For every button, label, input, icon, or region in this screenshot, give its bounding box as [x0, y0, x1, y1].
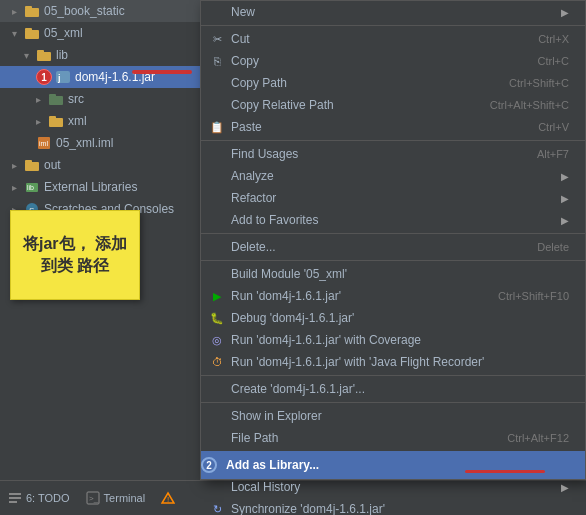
menu-item-find-usages[interactable]: Find Usages Alt+F7 — [201, 143, 585, 165]
menu-item-copy[interactable]: ⎘ Copy Ctrl+C — [201, 50, 585, 72]
submenu-arrow: ▶ — [561, 193, 569, 204]
paste-icon: 📋 — [209, 119, 225, 135]
todo-label: 6: TODO — [26, 492, 70, 504]
tree-item-label: out — [44, 158, 61, 172]
tree-item-out[interactable]: out — [0, 154, 200, 176]
svg-rect-20 — [9, 493, 21, 495]
menu-label-copy-rel: Copy Relative Path — [231, 98, 490, 112]
create-jar-icon — [209, 381, 225, 397]
debug-icon: 🐛 — [209, 310, 225, 326]
menu-label-delete: Delete... — [231, 240, 537, 254]
tree-item-src[interactable]: src — [0, 88, 200, 110]
svg-rect-14 — [25, 162, 39, 171]
underline-indicator — [132, 70, 192, 74]
menu-label-analyze: Analyze — [231, 169, 557, 183]
tree-item-iml[interactable]: iml 05_xml.iml — [0, 132, 200, 154]
tree-arrow — [12, 6, 24, 17]
menu-item-analyze[interactable]: Analyze ▶ — [201, 165, 585, 187]
terminal-status-icon: >_ — [86, 491, 100, 505]
status-item-problems[interactable]: ! — [161, 491, 175, 505]
svg-text:iml: iml — [39, 140, 48, 147]
folder-icon — [48, 114, 64, 128]
underline-indicator — [465, 470, 545, 473]
menu-label-favorites: Add to Favorites — [231, 213, 557, 227]
svg-rect-4 — [37, 52, 51, 61]
menu-item-create-jar[interactable]: Create 'dom4j-1.6.1.jar'... — [201, 378, 585, 400]
menu-item-run[interactable]: ▶ Run 'dom4j-1.6.1.jar' Ctrl+Shift+F10 — [201, 285, 585, 307]
folder-icon — [36, 48, 52, 62]
menu-item-favorites[interactable]: Add to Favorites ▶ — [201, 209, 585, 231]
menu-item-flight[interactable]: ⏱ Run 'dom4j-1.6.1.jar' with 'Java Fligh… — [201, 351, 585, 373]
file-tree: 05_book_static 05_xml lib 1 j dom4j-1.6.… — [0, 0, 200, 480]
menu-item-copy-rel-path[interactable]: Copy Relative Path Ctrl+Alt+Shift+C — [201, 94, 585, 116]
context-menu: New ▶ ✂ Cut Ctrl+X ⎘ Copy Ctrl+C Copy Pa… — [200, 0, 586, 480]
tree-item-lib[interactable]: lib — [0, 44, 200, 66]
tree-item-dom4j[interactable]: 1 j dom4j-1.6.1.jar — [0, 66, 200, 88]
src-folder-icon — [48, 92, 64, 106]
svg-text:!: ! — [167, 495, 169, 504]
tree-item-label: src — [68, 92, 84, 106]
menu-item-paste[interactable]: 📋 Paste Ctrl+V — [201, 116, 585, 138]
favorites-icon — [209, 212, 225, 228]
tree-item-label: 05_xml — [44, 26, 83, 40]
menu-item-new[interactable]: New ▶ — [201, 1, 585, 23]
menu-label-explorer: Show in Explorer — [231, 409, 569, 423]
tree-item-label: 05_book_static — [44, 4, 125, 18]
status-item-todo[interactable]: 6: TODO — [8, 491, 70, 505]
status-item-terminal[interactable]: >_ Terminal — [86, 491, 146, 505]
menu-label-flight: Run 'dom4j-1.6.1.jar' with 'Java Flight … — [231, 355, 569, 369]
svg-text:>_: >_ — [89, 494, 99, 503]
menu-item-coverage[interactable]: ◎ Run 'dom4j-1.6.1.jar' with Coverage — [201, 329, 585, 351]
find-icon — [209, 146, 225, 162]
svg-rect-3 — [25, 28, 32, 31]
tree-item-05xml[interactable]: 05_xml — [0, 22, 200, 44]
submenu-arrow: ▶ — [561, 171, 569, 182]
menu-label-debug: Debug 'dom4j-1.6.1.jar' — [231, 311, 569, 325]
svg-rect-8 — [49, 96, 63, 105]
svg-text:lib: lib — [27, 184, 34, 191]
menu-label-coverage: Run 'dom4j-1.6.1.jar' with Coverage — [231, 333, 569, 347]
menu-label-copy-path: Copy Path — [231, 76, 509, 90]
svg-rect-15 — [25, 160, 32, 163]
tree-item-label: lib — [56, 48, 68, 62]
menu-item-show-explorer[interactable]: Show in Explorer — [201, 405, 585, 427]
menu-item-file-path[interactable]: File Path Ctrl+Alt+F12 — [201, 427, 585, 449]
history-icon — [209, 479, 225, 495]
separator — [201, 233, 585, 234]
menu-item-cut[interactable]: ✂ Cut Ctrl+X — [201, 28, 585, 50]
svg-text:j: j — [57, 73, 61, 83]
ext-libs-icon: lib — [24, 180, 40, 194]
file-path-icon — [209, 430, 225, 446]
menu-label-copy: Copy — [231, 54, 538, 68]
tree-arrow — [36, 116, 48, 127]
tree-item-xml[interactable]: xml — [0, 110, 200, 132]
coverage-icon: ◎ — [209, 332, 225, 348]
run-icon: ▶ — [209, 288, 225, 304]
tree-arrow — [36, 94, 48, 105]
menu-item-local-history[interactable]: Local History ▶ — [201, 476, 585, 498]
tree-arrow — [12, 28, 24, 39]
menu-item-build[interactable]: Build Module '05_xml' — [201, 263, 585, 285]
svg-rect-10 — [49, 118, 63, 127]
menu-label-build: Build Module '05_xml' — [231, 267, 569, 281]
list-icon — [8, 491, 22, 505]
menu-label-create-jar: Create 'dom4j-1.6.1.jar'... — [231, 382, 569, 396]
tree-arrow — [12, 182, 24, 193]
warning-icon: ! — [161, 491, 175, 505]
separator — [201, 260, 585, 261]
badge-2: 2 — [201, 457, 217, 473]
tree-item-label: External Libraries — [44, 180, 137, 194]
svg-rect-1 — [25, 6, 32, 9]
menu-label-find: Find Usages — [231, 147, 537, 161]
tree-item-book-static[interactable]: 05_book_static — [0, 0, 200, 22]
menu-item-add-library[interactable]: 2 Add as Library... — [201, 451, 585, 479]
menu-label-refactor: Refactor — [231, 191, 557, 205]
menu-item-copy-path[interactable]: Copy Path Ctrl+Shift+C — [201, 72, 585, 94]
analyze-icon — [209, 168, 225, 184]
menu-item-sync[interactable]: ↻ Synchronize 'dom4j-1.6.1.jar' — [201, 498, 585, 515]
tree-arrow — [24, 50, 36, 61]
menu-item-debug[interactable]: 🐛 Debug 'dom4j-1.6.1.jar' — [201, 307, 585, 329]
menu-item-refactor[interactable]: Refactor ▶ — [201, 187, 585, 209]
tree-item-ext-libs[interactable]: lib External Libraries — [0, 176, 200, 198]
menu-item-delete[interactable]: Delete... Delete — [201, 236, 585, 258]
